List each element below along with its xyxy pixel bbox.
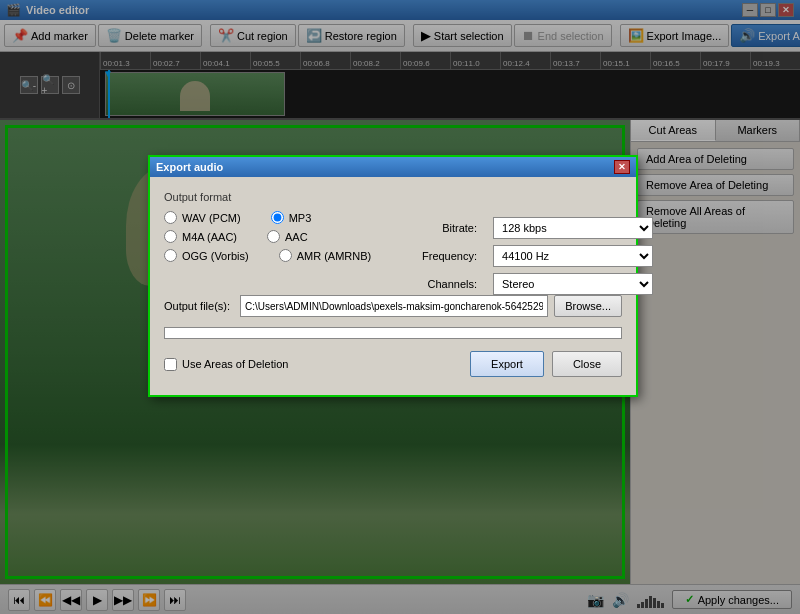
two-column-layout: WAV (PCM) MP3 M4A (AAC) AAC [164,211,622,295]
radio-m4a[interactable]: M4A (AAC) [164,230,237,243]
use-areas-label: Use Areas of Deletion [182,358,288,370]
radio-wav-input[interactable] [164,211,177,224]
format-settings-grid: Bitrate: 128 kbps 64 kbps 96 kbps 192 kb… [422,217,622,295]
radio-mp3[interactable]: MP3 [271,211,312,224]
radio-m4a-label: M4A (AAC) [182,231,237,243]
output-format-label: Output format [164,191,622,203]
output-path-input[interactable] [240,295,548,317]
frequency-select[interactable]: 44100 Hz 22050 Hz 48000 Hz [493,245,653,267]
radio-aac[interactable]: AAC [267,230,308,243]
radio-amr-label: AMR (AMRNB) [297,250,372,262]
browse-button[interactable]: Browse... [554,295,622,317]
bitrate-label: Bitrate: [422,222,477,234]
close-button[interactable]: Close [552,351,622,377]
radio-amr-input[interactable] [279,249,292,262]
modal-titlebar: Export audio ✕ [150,157,636,177]
modal-title: Export audio [156,161,223,173]
channels-label: Channels: [422,278,477,290]
modal-close-button[interactable]: ✕ [614,160,630,174]
radio-mp3-label: MP3 [289,212,312,224]
radio-aac-label: AAC [285,231,308,243]
radio-wav[interactable]: WAV (PCM) [164,211,241,224]
radio-ogg[interactable]: OGG (Vorbis) [164,249,249,262]
radio-amr[interactable]: AMR (AMRNB) [279,249,372,262]
audio-settings: Bitrate: 128 kbps 64 kbps 96 kbps 192 kb… [422,211,622,295]
bitrate-select[interactable]: 128 kbps 64 kbps 96 kbps 192 kbps 256 kb… [493,217,653,239]
channels-select[interactable]: Stereo Mono [493,273,653,295]
radio-mp3-input[interactable] [271,211,284,224]
radio-wav-label: WAV (PCM) [182,212,241,224]
export-button[interactable]: Export [470,351,544,377]
use-areas-row: Use Areas of Deletion [164,358,288,371]
frequency-label: Frequency: [422,250,477,262]
output-files-label: Output file(s): [164,300,234,312]
format-options: WAV (PCM) MP3 M4A (AAC) AAC [164,211,406,295]
progress-bar [164,327,622,339]
export-audio-dialog: Export audio ✕ Output format WAV (PCM) M… [148,155,638,397]
radio-group: WAV (PCM) MP3 M4A (AAC) AAC [164,211,406,262]
radio-m4a-input[interactable] [164,230,177,243]
radio-aac-input[interactable] [267,230,280,243]
modal-body: Output format WAV (PCM) MP3 [150,177,636,395]
radio-ogg-input[interactable] [164,249,177,262]
output-row: Output file(s): Browse... [164,295,622,317]
modal-overlay: Export audio ✕ Output format WAV (PCM) M… [0,0,800,614]
radio-ogg-label: OGG (Vorbis) [182,250,249,262]
modal-footer: Use Areas of Deletion Export Close [164,351,622,381]
use-areas-checkbox[interactable] [164,358,177,371]
